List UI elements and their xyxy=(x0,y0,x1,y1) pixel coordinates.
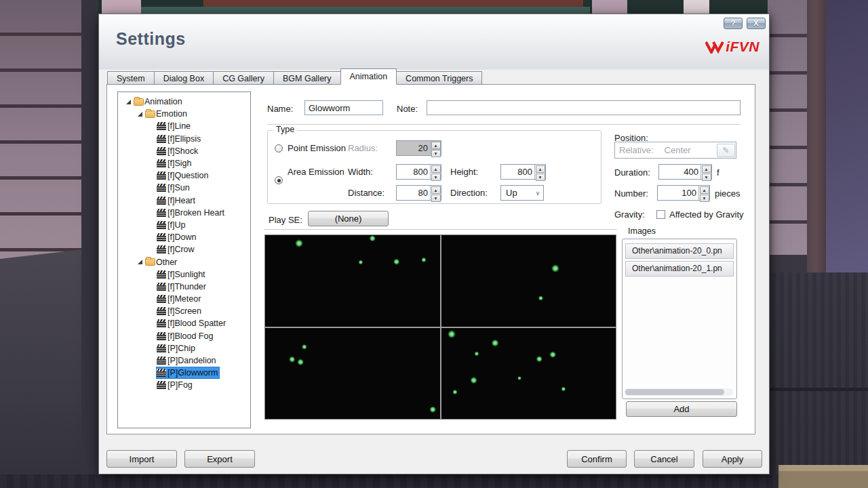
expander-icon[interactable] xyxy=(123,98,134,106)
tree-item[interactable]: [f]Up xyxy=(118,219,250,231)
tree-item[interactable]: [f]Question xyxy=(118,169,250,182)
glow-particle xyxy=(302,344,307,350)
close-button[interactable]: X xyxy=(747,18,766,29)
play-se-label: Play SE: xyxy=(269,215,302,225)
confirm-button[interactable]: Confirm xyxy=(567,450,627,468)
duration-spinner[interactable]: 400 ▲▼ xyxy=(658,164,712,180)
tree-item[interactable]: [P]Chip xyxy=(118,342,250,354)
export-button[interactable]: Export xyxy=(184,450,255,468)
name-input[interactable] xyxy=(304,100,383,115)
spin-down-icon[interactable]: ▼ xyxy=(536,174,545,181)
tab-dialog-box[interactable]: Dialog Box xyxy=(154,71,214,85)
spin-down-icon[interactable]: ▼ xyxy=(431,174,441,181)
tab-bgm-gallery[interactable]: BGM Gallery xyxy=(273,71,341,85)
tab-common-triggers[interactable]: Common Triggers xyxy=(396,71,482,85)
radius-value: 20 xyxy=(397,141,430,155)
image-list-item[interactable]: Other\animation-20_1.pn xyxy=(625,261,734,277)
spin-down-icon[interactable]: ▼ xyxy=(431,150,441,157)
height-spinner[interactable]: 800 ▲▼ xyxy=(500,164,546,180)
apply-button[interactable]: Apply xyxy=(703,450,762,468)
tree-item[interactable]: [P]Dandelion xyxy=(118,354,250,367)
tab-cg-gallery[interactable]: CG Gallery xyxy=(213,71,274,85)
import-button[interactable]: Import xyxy=(106,450,177,468)
images-hscrollbar-thumb[interactable] xyxy=(625,389,724,395)
spin-up-icon[interactable]: ▲ xyxy=(431,186,441,194)
separator xyxy=(267,124,741,125)
expander-slot xyxy=(146,344,157,352)
tab-animation[interactable]: Animation xyxy=(340,68,397,85)
tree-item[interactable]: [f]Heart xyxy=(118,195,250,207)
clapperboard-icon xyxy=(157,233,166,241)
glow-particle xyxy=(358,260,363,265)
tree-item[interactable]: Other xyxy=(118,256,250,268)
spin-down-icon[interactable]: ▼ xyxy=(431,195,441,202)
spin-up-icon[interactable]: ▲ xyxy=(431,142,441,149)
cancel-button[interactable]: Cancel xyxy=(634,450,694,468)
tree-item[interactable]: Emotion xyxy=(118,108,250,120)
folder-icon xyxy=(134,98,144,106)
width-value: 800 xyxy=(397,165,430,179)
spin-up-icon[interactable]: ▲ xyxy=(700,186,709,194)
tree-item[interactable]: [f]Thunder xyxy=(118,281,250,293)
spin-up-icon[interactable]: ▲ xyxy=(536,165,545,173)
expander-icon[interactable] xyxy=(135,110,145,118)
tree-item-content: [f]Meteor xyxy=(157,293,202,304)
tree-item[interactable]: [f]Sun xyxy=(118,182,250,194)
tree-item[interactable]: [f]Blood Fog xyxy=(118,330,250,342)
images-hscrollbar[interactable] xyxy=(625,388,733,396)
spin-down-icon[interactable]: ▼ xyxy=(700,195,709,202)
tree-item[interactable]: [f]Blood Spatter xyxy=(118,317,250,329)
tree-item[interactable]: [f]Crow xyxy=(118,243,250,256)
expanded-triangle-icon xyxy=(138,112,142,117)
tree-item[interactable]: [f]Broken Heart xyxy=(118,207,250,219)
tree-item-content: [P]Chip xyxy=(157,343,197,354)
glow-particle xyxy=(474,351,479,356)
tree-item[interactable]: [f]Sigh xyxy=(118,157,250,169)
tree-item-content: [f]Sun xyxy=(157,182,191,193)
tree-item-label: Emotion xyxy=(156,108,189,119)
gravity-checkbox[interactable] xyxy=(656,210,665,219)
expander-slot xyxy=(146,381,157,389)
tree-item[interactable]: [f]Shock xyxy=(118,145,250,157)
clapperboard-icon xyxy=(157,369,166,377)
distance-spinner[interactable]: 80 ▲▼ xyxy=(396,185,441,201)
tree-item[interactable]: [P]Glowworm xyxy=(118,367,250,379)
spin-up-icon[interactable]: ▲ xyxy=(431,165,441,173)
duration-label: Duration: xyxy=(614,167,650,178)
edit-position-button[interactable]: ✎ xyxy=(717,144,735,157)
image-list-item[interactable]: Other\animation-20_0.pn xyxy=(625,243,734,259)
distance-label: Distance: xyxy=(348,188,384,198)
tree-item-label: [f]Heart xyxy=(167,195,197,206)
direction-dropdown[interactable]: Up ∨ xyxy=(500,185,544,201)
spin-up-icon[interactable]: ▲ xyxy=(702,165,711,173)
help-button[interactable]: ? xyxy=(724,18,743,29)
tree-item-label: [P]Dandelion xyxy=(167,355,218,366)
background-box xyxy=(778,465,868,488)
tree-item-content: [f]Thunder xyxy=(157,281,208,292)
number-spinner[interactable]: 100 ▲▼ xyxy=(657,185,710,201)
note-input[interactable] xyxy=(427,100,741,115)
tree-item-content: Emotion xyxy=(145,108,189,119)
spin-down-icon[interactable]: ▼ xyxy=(702,174,711,181)
radius-spinner: 20 ▲▼ xyxy=(396,140,441,156)
tree-item[interactable]: [f]Line xyxy=(118,120,250,132)
images-group: Other\animation-20_0.pnOther\animation-2… xyxy=(622,239,737,399)
tree-item[interactable]: [f]Ellipsis xyxy=(118,133,250,145)
tree-item[interactable]: Animation xyxy=(118,96,250,108)
point-emission-radio[interactable] xyxy=(275,144,283,152)
tree-item-label: [f]Line xyxy=(167,121,192,131)
add-image-button[interactable]: Add xyxy=(626,401,737,417)
expander-icon[interactable] xyxy=(135,258,145,266)
play-se-button[interactable]: (None) xyxy=(308,211,389,226)
tree-item[interactable]: [f]Sunlight xyxy=(118,268,250,281)
tab-system[interactable]: System xyxy=(107,71,155,85)
width-spinner[interactable]: 800 ▲▼ xyxy=(396,164,441,180)
tree-item[interactable]: [f]Down xyxy=(118,231,250,243)
tree-item-content: [f]Screen xyxy=(157,306,203,317)
tree-item-content: Animation xyxy=(134,96,184,107)
tree-item[interactable]: [P]Fog xyxy=(118,379,250,391)
area-emission-radio[interactable] xyxy=(275,176,283,184)
tree-item[interactable]: [f]Meteor xyxy=(118,293,250,305)
tree-item[interactable]: [f]Screen xyxy=(118,305,250,317)
preview-canvas[interactable] xyxy=(264,235,616,420)
